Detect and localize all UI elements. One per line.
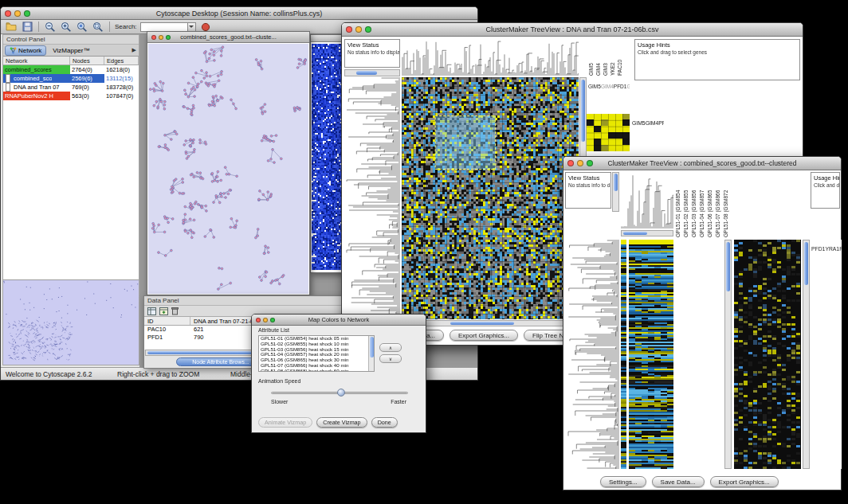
column-label[interactable]: GPL51-03 (GSM856 <box>691 172 699 237</box>
minimize-button[interactable] <box>14 10 21 17</box>
scrollbar-thumb[interactable] <box>804 242 808 285</box>
main-titlebar[interactable]: Cytoscape Desktop (Session Name: collins… <box>1 7 477 20</box>
gene-label[interactable]: YRA1 <box>825 246 839 252</box>
panel-vscrollbar[interactable] <box>612 172 619 212</box>
scrollbar-thumb[interactable] <box>450 322 514 325</box>
network-table-row[interactable]: combined_scores 2764(0) 16218(0) <box>3 65 139 74</box>
scrollbar-thumb[interactable] <box>370 337 374 357</box>
network-name[interactable]: DNA and Tran 07 <box>3 83 70 92</box>
row-dendrogram[interactable] <box>344 77 400 319</box>
close-button[interactable] <box>151 35 156 40</box>
column-label[interactable]: GIM3 <box>603 39 610 76</box>
gene-label[interactable]: RNR4 <box>839 246 842 252</box>
create-vizmap-button[interactable]: Create Vizmap <box>316 417 367 428</box>
export-graphics-button[interactable]: Export Graphics... <box>450 330 518 341</box>
save-data-button[interactable]: Save Data... <box>652 476 705 487</box>
treeview2-titlebar[interactable]: ClusterMaker TreeView : combined_scores_… <box>563 157 841 170</box>
zoom-in-icon[interactable] <box>60 21 73 33</box>
gene-label[interactable]: GIM4 <box>646 120 659 126</box>
settings-button[interactable]: Settings... <box>600 476 646 487</box>
zoom-button[interactable] <box>270 318 275 322</box>
column-label[interactable]: GPL51-02 (GSM855 <box>683 172 691 237</box>
attribute-list-item[interactable]: GPL51-03 (GSM856) heat shock 15 min <box>259 347 368 353</box>
network-table-row[interactable]: RNAPuberNov2 H 563(0) 107847(0) <box>3 92 139 100</box>
dendrogram-hscrollbar[interactable] <box>621 230 673 236</box>
column-header-nodes[interactable]: Nodes <box>70 57 104 64</box>
treeview-window-2[interactable]: ClusterMaker TreeView : combined_scores_… <box>563 156 842 490</box>
network-table-row-selected[interactable]: combined_sco 2569(6) 13112(15) <box>3 74 139 83</box>
column-header-id[interactable]: ID <box>144 317 190 325</box>
gene-label[interactable]: PFD1 <box>614 84 627 89</box>
attribute-list-item[interactable]: GPL51-04 (GSM857) heat shock 20 min <box>259 352 368 357</box>
scrollbar-thumb[interactable] <box>356 71 377 75</box>
heatmap-hscrollbar[interactable] <box>402 320 579 326</box>
map-colors-dialog[interactable]: Map Colors to Network Attribute List GPL… <box>251 314 426 433</box>
network-view-canvas[interactable] <box>311 42 345 272</box>
column-label[interactable]: GPL51-04 (GSM857 <box>699 172 707 237</box>
column-label[interactable]: YKE2 <box>610 39 617 76</box>
network-name[interactable]: RNAPuberNov2 H <box>3 92 70 100</box>
tab-vizmapper[interactable]: VizMapper™ <box>49 46 93 55</box>
column-label[interactable]: GPL51-08 (GSM872 <box>723 172 731 237</box>
zoom-heatmap-canvas[interactable] <box>587 114 630 151</box>
attribute-list-item[interactable]: GPL51-08 (GSM868) heat shock 60 min <box>259 369 368 371</box>
move-up-button[interactable]: ∧ <box>379 343 402 352</box>
column-label[interactable]: GPL51-06 (GSM865 <box>707 172 715 237</box>
network-view-titlebar[interactable]: combined_scores_good.txt--cluste... <box>147 32 309 43</box>
zoom-button[interactable] <box>587 160 593 166</box>
tab-overflow-arrow[interactable]: ▶ <box>132 47 139 53</box>
column-dendrogram[interactable] <box>402 39 579 76</box>
network-view-canvas[interactable] <box>148 44 308 294</box>
open-folder-icon[interactable] <box>5 21 18 33</box>
network-name[interactable]: combined_sco <box>3 74 70 83</box>
close-button[interactable] <box>346 26 352 33</box>
gene-label[interactable]: GIM5 <box>588 84 601 89</box>
gene-label[interactable]: PFD1 <box>811 246 825 252</box>
network-table-row[interactable]: DNA and Tran 07 769(0) 183728(0) <box>3 83 139 92</box>
select-attributes-icon[interactable] <box>147 307 156 315</box>
gene-label[interactable]: GIM4 <box>601 84 614 89</box>
heatmap-canvas[interactable] <box>402 77 579 319</box>
gene-label[interactable]: GIM3 <box>626 84 630 89</box>
network-name[interactable]: combined_scores <box>3 65 70 74</box>
close-button[interactable] <box>256 318 261 322</box>
list-vscrollbar[interactable] <box>368 336 374 371</box>
tab-network[interactable]: Network <box>5 45 46 56</box>
scrollbar-thumb[interactable] <box>581 80 585 142</box>
heatmap-vscrollbar[interactable] <box>724 240 732 469</box>
column-label[interactable]: PAC10 <box>617 39 624 76</box>
attribute-list-item[interactable]: GPL51-07 (GSM866) heat shock 40 min <box>259 363 368 369</box>
create-attribute-icon[interactable] <box>159 307 168 315</box>
save-icon[interactable] <box>21 21 33 33</box>
column-label[interactable]: GPL51-07 (GSM866 <box>715 172 723 237</box>
close-button[interactable] <box>567 160 574 166</box>
dendrogram-hscrollbar[interactable] <box>344 69 400 76</box>
gene-label[interactable]: PFD1 <box>658 120 664 126</box>
dialog-titlebar[interactable]: Map Colors to Network <box>252 315 426 326</box>
column-dendrogram[interactable] <box>621 172 673 229</box>
minimize-button[interactable] <box>159 35 163 40</box>
row-dendrogram[interactable] <box>565 240 619 469</box>
zoom-button[interactable] <box>24 10 30 17</box>
chevron-down-icon[interactable] <box>188 22 196 32</box>
zoom-selected-icon[interactable] <box>76 21 88 33</box>
network-overview-thumbnail[interactable] <box>3 279 139 365</box>
zoom-out-icon[interactable] <box>44 21 57 33</box>
attribute-listbox[interactable]: GPL51-01 (GSM854) heat shock 05 minGPL51… <box>258 335 375 372</box>
animate-vizmap-button[interactable]: Animate Vizmap <box>258 417 312 428</box>
column-label[interactable]: GPL51-01 (GSM854 <box>675 172 683 237</box>
column-label[interactable]: GIM4 <box>595 39 603 76</box>
done-button[interactable]: Done <box>371 417 398 428</box>
attribute-list-item[interactable]: GPL51-06 (GSM865) heat shock 30 min <box>259 357 368 363</box>
network-view-window[interactable]: combined_scores_good.txt--cluste... <box>147 31 310 295</box>
secondary-heatmap-canvas[interactable] <box>734 240 801 469</box>
scrollbar-thumb[interactable] <box>623 232 647 235</box>
scrollbar-thumb[interactable] <box>147 351 267 354</box>
delete-attribute-icon[interactable] <box>171 307 179 315</box>
minimize-button[interactable] <box>355 26 362 33</box>
minimize-button[interactable] <box>263 318 268 322</box>
column-header-edges[interactable]: Edges <box>104 57 139 64</box>
scrollbar-thumb[interactable] <box>614 174 618 191</box>
zoom-button[interactable] <box>166 35 171 40</box>
zoom-fit-icon[interactable] <box>92 21 104 33</box>
